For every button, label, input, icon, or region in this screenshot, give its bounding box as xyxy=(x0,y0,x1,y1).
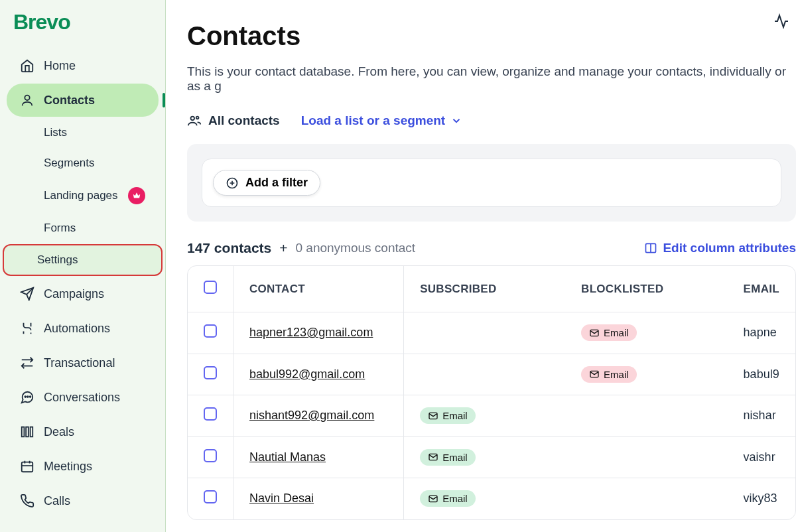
sidebar-item-label: Conversations xyxy=(44,391,120,405)
mail-icon xyxy=(428,494,438,504)
subitem-label: Lists xyxy=(44,126,67,139)
svg-rect-4 xyxy=(22,427,25,437)
phone-icon xyxy=(20,494,34,508)
edit-column-attributes-button[interactable]: Edit column attributes xyxy=(644,241,796,255)
page-subtitle: This is your contact database. From here… xyxy=(187,64,796,94)
mail-icon xyxy=(589,328,600,338)
sidebar-subitem-forms[interactable]: Forms xyxy=(7,214,159,243)
sidebar-item-label: Contacts xyxy=(44,94,95,107)
row-checkbox[interactable] xyxy=(204,324,217,338)
table-row[interactable]: Navin DesaiEmailviky83 xyxy=(188,478,795,519)
contacts-count: 147 contacts xyxy=(187,240,271,256)
sidebar-item-conversations[interactable]: Conversations xyxy=(7,381,159,414)
pill-label: Email xyxy=(604,369,629,380)
pill-label: Email xyxy=(442,493,468,504)
sidebar-item-campaigns[interactable]: Campaigns xyxy=(7,277,159,310)
deals-icon xyxy=(20,425,34,439)
chevron-down-icon xyxy=(450,115,462,127)
sidebar-item-home[interactable]: Home xyxy=(7,49,159,82)
email-pill: Email xyxy=(581,324,637,341)
subitem-label: Settings xyxy=(37,253,78,267)
sidebar-item-meetings[interactable]: Meetings xyxy=(7,450,159,483)
subitem-label: Landing pages xyxy=(44,189,118,202)
brand-logo: Brevo xyxy=(0,10,165,48)
svg-rect-7 xyxy=(22,462,33,472)
transactional-icon xyxy=(20,356,34,370)
sidebar-item-label: Campaigns xyxy=(44,287,104,301)
email-pill: Email xyxy=(581,366,637,383)
table-row[interactable]: babul992@gmail.comEmailbabul9 xyxy=(188,354,795,395)
calendar-icon xyxy=(20,459,34,474)
count-row: 147 contacts + 0 anonymous contact Edit … xyxy=(187,240,796,256)
pill-label: Email xyxy=(604,327,629,338)
contact-link[interactable]: hapner123@gmail.com xyxy=(249,326,373,339)
sidebar-item-label: Meetings xyxy=(44,460,92,474)
email-cell: babul9 xyxy=(728,354,795,395)
select-all-checkbox[interactable] xyxy=(204,281,217,294)
sidebar-item-transactional[interactable]: Transactional xyxy=(7,346,159,379)
sidebar-item-label: Calls xyxy=(44,494,70,508)
mail-icon xyxy=(589,369,600,379)
svg-point-9 xyxy=(196,117,199,119)
contact-link[interactable]: nishant992@gmail.com xyxy=(249,409,374,422)
svg-point-2 xyxy=(27,396,29,397)
add-filter-label: Add a filter xyxy=(245,176,308,190)
page-title: Contacts xyxy=(187,21,796,51)
svg-rect-6 xyxy=(31,427,33,437)
mail-icon xyxy=(428,411,438,421)
subitem-label: Forms xyxy=(44,222,76,235)
edit-cols-label: Edit column attributes xyxy=(663,241,796,255)
main-content: Contacts This is your contact database. … xyxy=(166,0,796,532)
subitem-label: Segments xyxy=(44,157,95,170)
email-cell: viky83 xyxy=(728,478,795,519)
contact-link[interactable]: Navin Desai xyxy=(249,492,314,505)
home-icon xyxy=(20,58,34,73)
activity-icon[interactable] xyxy=(773,13,789,32)
col-subscribed[interactable]: SUBSCRIBED xyxy=(404,266,565,312)
email-pill: Email xyxy=(420,407,476,424)
col-email[interactable]: EMAIL xyxy=(728,266,795,312)
row-checkbox[interactable] xyxy=(204,449,217,462)
sidebar-item-calls[interactable]: Calls xyxy=(7,484,159,517)
sidebar-item-label: Home xyxy=(44,59,76,73)
sidebar-subitem-lists[interactable]: Lists xyxy=(7,118,159,147)
mail-icon xyxy=(428,452,438,462)
pill-label: Email xyxy=(442,452,468,463)
sidebar-item-contacts[interactable]: Contacts xyxy=(7,84,159,117)
contact-link[interactable]: Nautial Manas xyxy=(249,450,326,464)
sidebar-subitem-settings[interactable]: Settings xyxy=(3,244,163,276)
row-checkbox[interactable] xyxy=(204,366,217,379)
crown-badge-icon xyxy=(128,187,145,204)
sidebar-subitem-segments[interactable]: Segments xyxy=(7,149,159,178)
contact-link[interactable]: babul992@gmail.com xyxy=(249,367,365,381)
sidebar-item-deals[interactable]: Deals xyxy=(7,415,159,448)
contacts-table: CONTACT SUBSCRIBED BLOCKLISTED EMAIL hap… xyxy=(188,266,795,519)
col-contact[interactable]: CONTACT xyxy=(233,266,404,312)
row-checkbox[interactable] xyxy=(204,407,217,421)
table-row[interactable]: hapner123@gmail.comEmailhapne xyxy=(188,312,795,354)
people-icon xyxy=(187,113,202,128)
col-blocklisted[interactable]: BLOCKLISTED xyxy=(565,266,728,312)
sidebar-subitem-landing-pages[interactable]: Landing pages xyxy=(7,179,159,212)
add-filter-button[interactable]: Add a filter xyxy=(213,170,320,196)
table-row[interactable]: nishant992@gmail.comEmailnishar xyxy=(188,395,795,437)
automation-icon xyxy=(20,321,34,336)
tab-all-contacts[interactable]: All contacts xyxy=(187,113,280,128)
pill-label: Email xyxy=(442,410,468,421)
tab-label: All contacts xyxy=(208,113,280,128)
tabs-row: All contacts Load a list or a segment xyxy=(187,113,796,128)
chat-icon xyxy=(20,390,34,405)
count-left: 147 contacts + 0 anonymous contact xyxy=(187,240,415,256)
filter-panel: Add a filter xyxy=(187,144,796,222)
email-cell: nishar xyxy=(728,395,795,437)
svg-point-8 xyxy=(191,117,195,121)
sidebar-item-automations[interactable]: Automations xyxy=(7,312,159,345)
email-cell: hapne xyxy=(728,312,795,354)
email-cell: vaishr xyxy=(728,436,795,478)
tab-label: Load a list or a segment xyxy=(301,113,446,128)
row-checkbox[interactable] xyxy=(204,490,217,503)
tab-load-list-segment[interactable]: Load a list or a segment xyxy=(301,113,463,128)
email-pill: Email xyxy=(420,449,476,466)
send-icon xyxy=(20,287,34,301)
table-row[interactable]: Nautial ManasEmailvaishr xyxy=(188,436,795,478)
